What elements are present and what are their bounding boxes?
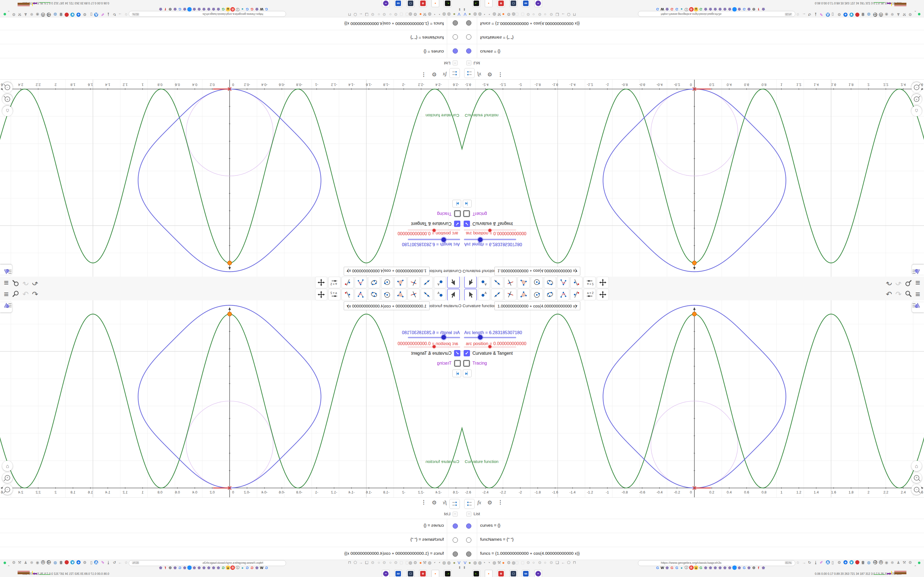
geogebra-favicon[interactable]: ⬟ <box>728 7 732 11</box>
fx-button[interactable]: fx <box>443 71 447 77</box>
tool-angle-button[interactable]: α <box>557 289 569 300</box>
collapse-chevron-icon[interactable]: ⌃ <box>914 8 917 12</box>
gear-icon[interactable]: ⚙ <box>83 12 87 17</box>
folder-icon[interactable]: ❏ <box>365 560 368 565</box>
arc-length-slider[interactable] <box>408 337 460 338</box>
collapse-button[interactable]: − <box>467 512 471 517</box>
tool-slider-button[interactable]: a = 2 <box>328 289 341 300</box>
geogebra-favicon[interactable]: ⬟ <box>718 566 722 570</box>
wikipedia-favicon[interactable]: W <box>660 566 665 570</box>
globe-gray-icon[interactable]: ⊕ <box>30 560 33 565</box>
tool-move-graphics-button[interactable] <box>315 277 327 288</box>
arrow-right-icon[interactable]: → <box>802 560 806 565</box>
redo-icon[interactable]: ↷ <box>23 291 29 298</box>
gauge-icon[interactable]: ◔ <box>488 560 490 565</box>
url-bar[interactable]: https://www.geogebra.org/classic/aagcxh3… <box>638 560 795 566</box>
graphics-view[interactable]: -2.6-2.4-2.2-2-1.8-1.6-1.4-1.2-1-0.8-0.6… <box>0 80 462 277</box>
visibility-marble-blue[interactable] <box>453 524 458 529</box>
mouse-icon[interactable]: ▯ <box>90 560 92 565</box>
pause-icon[interactable]: ‖ <box>464 566 465 570</box>
wrench-icon[interactable]: ⚒ <box>903 12 906 17</box>
arc-position-slider-knob[interactable] <box>488 229 491 232</box>
visibility-marble-gray[interactable] <box>466 551 471 557</box>
visibility-marble-white[interactable] <box>453 34 458 40</box>
folder-icon[interactable]: ❏ <box>556 560 559 565</box>
curvature-tangent-checkbox[interactable]: ✓ <box>464 221 470 227</box>
zoom-out-button[interactable]: − <box>911 82 922 93</box>
radio-icon[interactable]: ○ <box>544 12 546 17</box>
tool-circle-button[interactable] <box>381 277 393 288</box>
info-favicon[interactable]: ⓘ <box>684 566 688 570</box>
geogebra-favicon[interactable]: ⬟ <box>216 566 221 570</box>
shield-check-icon[interactable]: ▼ <box>71 13 75 17</box>
kebab-menu-icon[interactable]: ⋮ <box>498 499 503 505</box>
download-icon[interactable]: ⭳ <box>107 560 110 565</box>
graphics-view[interactable]: -2.6-2.4-2.2-2-1.8-1.6-1.4-1.2-1-0.8-0.6… <box>462 300 924 497</box>
radio-icon[interactable]: ○ <box>389 560 392 565</box>
firefox-tile[interactable]: ● <box>485 570 493 577</box>
geogebra-favicon[interactable]: ⬟ <box>255 566 259 570</box>
globe-icon[interactable]: ◍ <box>473 12 477 17</box>
terminal-tile[interactable]: >_ <box>472 570 480 577</box>
tool-polygon-button[interactable] <box>517 289 530 300</box>
zoom-in-button[interactable]: + <box>911 94 922 105</box>
geogebra-favicon[interactable]: ⬟ <box>747 566 751 570</box>
yandex-favicon[interactable]: Я <box>689 566 693 570</box>
faded-square-icon[interactable]: ▢ <box>521 560 524 565</box>
undo-icon[interactable]: ↶ <box>32 291 38 298</box>
algebra-row[interactable]: funcNames = {" "} <box>462 533 924 547</box>
graphics-view[interactable]: -2.6-2.4-2.2-2-1.8-1.6-1.4-1.2-1-0.8-0.6… <box>0 300 462 497</box>
olive-circle-icon[interactable]: ● <box>453 560 456 565</box>
reload-icon[interactable]: ↻ <box>113 560 116 565</box>
google-favicon[interactable]: G <box>675 566 679 570</box>
play-step-button[interactable]: ▶▏ <box>452 369 461 377</box>
menu-icon[interactable]: ≡ <box>915 290 920 299</box>
google-favicon[interactable]: G <box>250 566 254 570</box>
globe-icon[interactable]: ◍ <box>428 12 431 17</box>
curvature-value-point[interactable] <box>693 312 696 316</box>
geogebra-favicon[interactable]: ⬟ <box>723 566 727 570</box>
firefox-icon[interactable]: ● <box>419 12 422 17</box>
redo-icon[interactable]: ↷ <box>895 279 902 287</box>
faded-square-icon[interactable]: ▢ <box>515 12 519 17</box>
visibility-marble-white[interactable] <box>466 537 471 543</box>
google-favicon[interactable]: G <box>675 7 679 11</box>
algebra-row[interactable]: curves = {} <box>0 519 462 533</box>
wrench-icon[interactable]: ⚒ <box>498 12 501 17</box>
shield-check-icon[interactable]: ▼ <box>850 13 854 17</box>
radio-icon[interactable]: ○ <box>378 12 380 17</box>
chat-favicon[interactable]: ● <box>187 7 192 11</box>
play-step-button[interactable]: ▶▏ <box>463 200 472 208</box>
radio-dot-icon[interactable]: ⊙ <box>394 560 397 565</box>
graphics-stylebar-button[interactable] <box>912 264 924 275</box>
url-bar[interactable]: https://www.geogebra.org/classic/aagcxh3… <box>129 11 286 17</box>
highlighter-icon[interactable]: ✐ <box>820 560 823 565</box>
mouse-icon[interactable]: ▯ <box>90 12 92 17</box>
radio-icon[interactable]: ○ <box>378 560 380 565</box>
globe-icon[interactable]: ◍ <box>447 12 451 17</box>
geogebra-favicon[interactable]: ⬟ <box>197 7 201 11</box>
curvature-tangent-checkbox[interactable]: ✓ <box>454 221 460 227</box>
geogebra-favicon[interactable]: ⬟ <box>708 7 713 11</box>
visibility-marble-gray[interactable] <box>466 20 471 26</box>
record-icon[interactable]: ● <box>855 13 859 17</box>
google-favicon[interactable]: G <box>670 566 674 570</box>
geogebra-favicon[interactable]: ⬟ <box>216 7 221 11</box>
graphics-view[interactable]: -2.6-2.4-2.2-2-1.8-1.6-1.4-1.2-1-0.8-0.6… <box>462 80 924 277</box>
undo-icon[interactable]: ↶ <box>32 279 38 287</box>
radio-dot-icon[interactable]: ⊙ <box>371 560 374 565</box>
zoom-badge[interactable]: 81% <box>785 561 792 564</box>
radio-dot-icon[interactable]: ⊙ <box>527 560 530 565</box>
kebab-menu-icon[interactable]: ⋮ <box>421 72 426 78</box>
algebra-row[interactable]: funcs = {1.000000000000 + cos(4.00000000… <box>0 547 462 561</box>
geogebra-favicon[interactable]: ⬟ <box>723 7 727 11</box>
zoom-badge[interactable]: 81% <box>132 561 139 564</box>
zoom-in-button[interactable]: + <box>2 472 13 483</box>
star-icon[interactable]: ☆ <box>796 560 800 565</box>
tool-move-graphics-button[interactable] <box>315 289 327 300</box>
tool-line-button[interactable] <box>421 289 433 300</box>
shield-icon[interactable]: ⬠ <box>354 560 357 565</box>
floppy64-tile[interactable]: 64 <box>394 0 402 7</box>
wikipedia-favicon[interactable]: W <box>260 566 264 570</box>
wikipedia-favicon[interactable]: W <box>260 7 264 11</box>
